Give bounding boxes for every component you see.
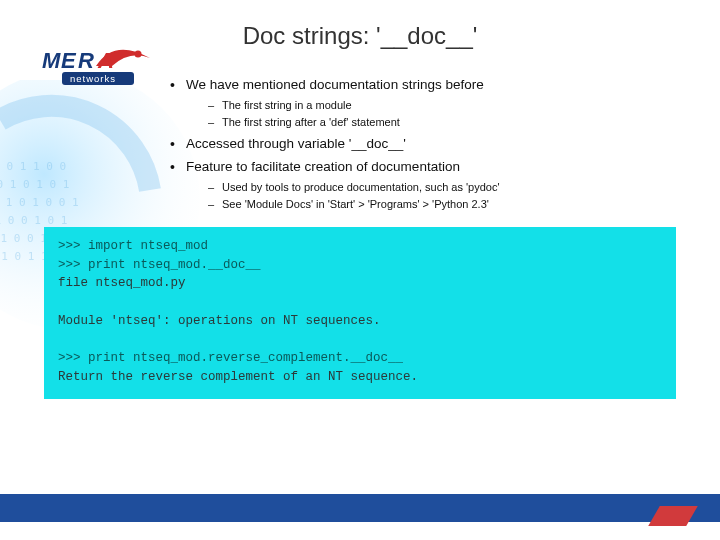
svg-point-10 xyxy=(135,51,142,58)
bullet-item: We have mentioned documentation strings … xyxy=(170,76,720,131)
svg-text:E: E xyxy=(61,48,77,73)
sub-bullet-item: The first string in a module xyxy=(208,97,720,114)
svg-text:0 1 0 1 0 1 0 0 1: 0 1 0 1 0 1 0 0 1 xyxy=(0,196,79,209)
bullet-item: Accessed through variable '__doc__' xyxy=(170,135,720,153)
sub-bullet-item: The first string after a 'def' statement xyxy=(208,114,720,131)
bullet-text: Feature to facilitate creation of docume… xyxy=(186,159,460,174)
logo-subtext: networks xyxy=(70,73,116,84)
svg-text:1 0 1 0 0 1 0 1: 1 0 1 0 0 1 0 1 xyxy=(0,214,67,227)
code-example: >>> import ntseq_mod >>> print ntseq_mod… xyxy=(44,227,676,399)
sub-bullet-item: See 'Module Docs' in 'Start' > 'Programs… xyxy=(208,196,720,213)
svg-text:1 0 0 1 0 1 0 1: 1 0 0 1 0 1 0 1 xyxy=(0,178,69,191)
svg-text:R: R xyxy=(78,48,94,73)
svg-text:M: M xyxy=(42,48,61,73)
sub-bullet-item: Used by tools to produce documentation, … xyxy=(208,179,720,196)
bullet-text: We have mentioned documentation strings … xyxy=(186,77,484,92)
footer-bar xyxy=(0,484,720,540)
bullet-content: We have mentioned documentation strings … xyxy=(170,76,720,213)
mera-logo: M E R A networks xyxy=(42,44,160,98)
svg-text:A: A xyxy=(97,48,114,73)
footer-blue-bar xyxy=(0,494,720,522)
svg-text:0 1 0 1 1 0 0: 0 1 0 1 1 0 0 xyxy=(0,160,66,173)
slide-title: Doc strings: '__doc__' xyxy=(0,0,720,50)
bullet-item: Feature to facilitate creation of docume… xyxy=(170,158,720,213)
